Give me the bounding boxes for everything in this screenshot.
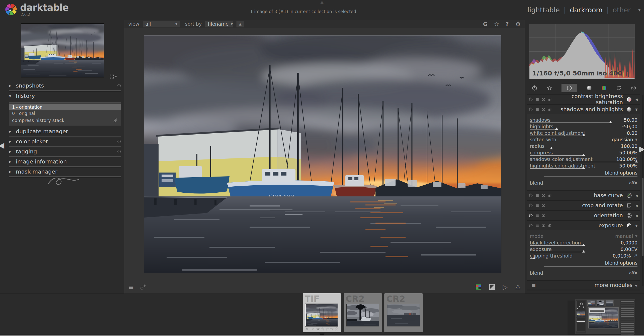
reset-icon[interactable] [542,98,545,101]
presets-icon[interactable] [535,98,539,101]
presets-icon[interactable] [535,108,539,111]
star-icon[interactable]: ☆ [325,326,329,331]
reset-icon[interactable] [542,108,545,111]
slider-compress[interactable]: compress 50,00% [530,149,637,156]
slider-handle[interactable] [550,147,553,149]
combo-soften-with[interactable]: soften with gaussian▼ [530,136,637,143]
effects-group-icon[interactable] [631,85,636,91]
correction-group-icon[interactable] [616,85,622,91]
collapse-right-panel-icon[interactable]: ▶ [639,144,644,153]
more-modules-row[interactable]: ≡ more modules ◀ [527,280,640,290]
combo-mode[interactable]: mode manual▼ [530,233,637,239]
softproof-icon[interactable] [489,284,495,290]
reset-icon[interactable] [542,224,545,228]
slider-radius[interactable]: radius 100,00 [530,143,637,149]
presets-icon[interactable] [535,194,539,197]
view-lighttable[interactable]: lighttable [528,6,560,14]
slider-handle[interactable] [609,121,612,123]
group-basic-active[interactable] [561,84,577,92]
blend-options-link[interactable]: blend options [544,169,637,177]
active-modules-power-icon[interactable] [532,85,537,91]
slider-handle[interactable] [635,160,638,162]
module-power-icon[interactable] [529,193,533,197]
gamut-check-icon[interactable] [475,284,481,290]
slider-clipping-threshold[interactable]: clipping threshold 0,010% ↗ [530,253,637,259]
slider-black-level-correction[interactable]: black level correction 0,0000 [530,239,637,246]
slider-shadows-color-adjustment[interactable]: shadows color adjustment 100,00% [530,156,637,162]
presets-icon[interactable] [535,224,539,228]
zoom-dropdown-icon[interactable]: ▼ [115,75,117,78]
instances-icon[interactable] [548,98,552,101]
thumb-image[interactable] [346,304,379,326]
panel-image-information[interactable]: ▶ image information [9,157,121,167]
panel-history[interactable]: ▼ history [9,91,121,101]
presets-icon[interactable] [535,214,539,218]
favorites-star-icon[interactable] [547,85,552,91]
main-image[interactable] [144,35,501,273]
instances-icon[interactable] [548,224,552,228]
sort-direction-button[interactable]: ▲ [236,21,244,27]
star-icon[interactable]: ☆ [321,326,325,331]
thumb-image[interactable] [305,304,338,326]
tone-group-icon[interactable] [586,85,592,91]
overlays-star-icon[interactable]: ☆ [494,21,499,27]
module-orientation[interactable]: orientation ◀ [527,210,640,220]
filmstrip-thumb[interactable]: CR2 [384,293,423,332]
help-icon[interactable]: ? [506,21,509,27]
scrollbar-thumb[interactable] [642,178,643,256]
preferences-gear-icon[interactable]: ⚙ [515,20,521,27]
module-power-icon[interactable] [529,97,533,101]
presets-menu-icon[interactable]: ≡ [128,283,134,291]
create-snapshot-icon[interactable] [113,118,118,123]
thumb-image[interactable] [387,304,420,326]
reset-icon[interactable] [542,204,545,207]
filmstrip-thumb[interactable]: CR2 [344,293,382,332]
navigation-preview[interactable] [21,23,104,77]
slider-highlights[interactable]: highlights -50,00 [530,123,637,130]
instances-icon[interactable] [548,194,552,197]
color-label-dot[interactable] [312,328,314,330]
overexposure-warning-icon[interactable]: ⚠ [515,283,521,291]
presets-icon[interactable] [535,204,539,207]
module-power-icon-enabled[interactable] [529,214,533,218]
panel-tagging[interactable]: ▶ tagging [9,147,121,157]
instances-icon[interactable] [548,108,552,111]
compress-history-button[interactable]: compress history stack [9,116,121,124]
module-shadows-and-highlights[interactable]: shadows and highlights ▼ [527,104,640,114]
panel-color-picker[interactable]: ▶ color picker [9,137,121,147]
star-icon[interactable]: ☆ [330,326,334,331]
slider-shadows[interactable]: shadows 50,00 [530,117,637,123]
reset-icon[interactable] [117,140,121,143]
star-icon[interactable]: ☆ [335,326,338,331]
panel-duplicate-manager[interactable]: ▶ duplicate manager [9,127,121,137]
slider-handle[interactable] [582,244,585,246]
panel-mask-manager[interactable]: ▶ mask manager [9,167,121,177]
history-item[interactable]: 0 - original [9,110,121,116]
sort-select[interactable]: filename ▼ [205,21,233,27]
snapshot-icon[interactable] [140,284,146,290]
view-filter-select[interactable]: all ▼ [143,21,180,27]
modules-menu-icon[interactable]: ≡ [531,282,536,288]
slider-handle[interactable] [582,154,585,156]
slider-highlights-color-adjustment[interactable]: highlights color adjustment 50,00% [530,162,637,169]
module-power-icon[interactable] [529,203,533,207]
view-switcher-caret-icon[interactable]: ▾ [638,8,640,13]
collapse-top-panel-icon[interactable]: ▲ [320,0,324,4]
combo-blend[interactable]: blend off▼ [530,269,637,277]
grouping-icon[interactable]: G [483,21,488,27]
star-icon[interactable]: ★ [316,326,320,331]
reset-icon[interactable] [117,150,121,153]
reset-icon[interactable] [117,84,121,88]
reject-icon[interactable]: × [305,326,309,332]
slideshow-play-icon[interactable]: ▷ [503,283,507,291]
reset-icon[interactable] [542,214,545,218]
panel-snapshots[interactable]: ▶ snapshots [9,81,121,91]
module-power-icon[interactable] [529,224,533,228]
slider-handle[interactable] [582,250,585,253]
slider-white-point-adjustment[interactable]: white point adjustment 0,00 [530,130,637,136]
module-power-icon[interactable] [529,107,533,111]
histogram[interactable]: 1/160 f/5,0 50mm iso 400 [529,24,635,79]
blend-options-link[interactable]: blend options [544,259,637,267]
combo-blend[interactable]: blend off▼ [530,179,637,187]
module-exposure[interactable]: exposure ▼ [527,220,640,230]
